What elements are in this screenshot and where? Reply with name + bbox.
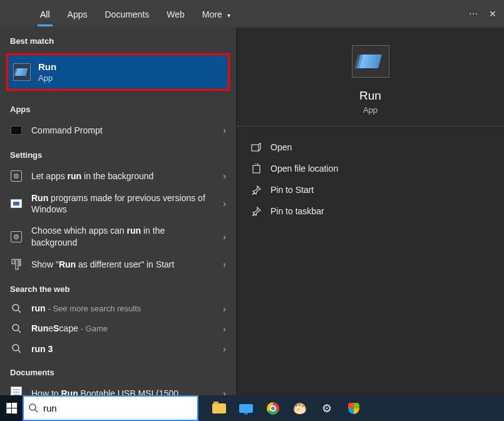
- result-show-run-as-user[interactable]: Show "Run as different user" in Start ›: [0, 253, 236, 276]
- start-button[interactable]: [0, 395, 23, 421]
- section-settings: Settings: [0, 142, 236, 165]
- search-input[interactable]: [43, 403, 192, 413]
- search-icon: [10, 343, 23, 355]
- taskbar-chrome[interactable]: [264, 399, 282, 418]
- windows-logo-icon: [6, 403, 17, 413]
- svg-line-12: [35, 410, 38, 412]
- taskbar-file-explorer[interactable]: [210, 399, 229, 418]
- svg-line-6: [18, 330, 21, 333]
- chrome-icon: [267, 402, 279, 415]
- best-match-subtitle: App: [38, 73, 56, 83]
- shield-icon: [348, 403, 359, 414]
- settings-icon: [10, 258, 23, 271]
- action-open-file-location[interactable]: Open file location: [245, 158, 495, 179]
- results-pane: Best match Run App Apps Command Prompt ›…: [0, 28, 236, 395]
- svg-point-5: [13, 325, 19, 331]
- result-label: Choose which apps can run in the backgro…: [31, 225, 210, 247]
- tab-all[interactable]: All: [31, 3, 59, 24]
- preview-run-icon: [352, 45, 389, 78]
- action-pin-to-start[interactable]: Pin to Start: [245, 179, 495, 200]
- result-web-run[interactable]: run - See more search results ›: [0, 299, 236, 319]
- tab-more[interactable]: More ▾: [193, 3, 239, 24]
- action-open[interactable]: Open: [245, 137, 495, 158]
- result-label: RuneScape - Game: [31, 323, 210, 335]
- preview-title: Run: [359, 89, 381, 103]
- chevron-right-icon[interactable]: ›: [219, 324, 230, 334]
- search-icon: [10, 303, 23, 315]
- preview-actions: Open Open file location Pin to Start Pin…: [237, 127, 504, 232]
- taskbar-search[interactable]: [23, 395, 198, 421]
- result-label: Run programs made for previous versions …: [31, 192, 210, 215]
- svg-point-3: [13, 304, 19, 311]
- svg-point-11: [29, 404, 36, 410]
- location-icon: [250, 162, 262, 175]
- run-icon: [13, 63, 31, 81]
- svg-point-7: [13, 345, 19, 351]
- section-apps: Apps: [0, 96, 236, 119]
- action-pin-to-taskbar[interactable]: Pin to taskbar: [245, 200, 495, 222]
- result-label: How to Run Bootable USB MSI (1500: [31, 388, 210, 395]
- result-label: run - See more search results: [31, 303, 210, 314]
- chevron-down-icon: ▾: [227, 12, 230, 19]
- taskbar-paint[interactable]: [291, 399, 309, 418]
- close-icon[interactable]: ✕: [489, 9, 496, 19]
- chevron-right-icon[interactable]: ›: [219, 388, 230, 395]
- preview-subtitle: App: [363, 105, 378, 115]
- result-let-apps-run-bg[interactable]: Let apps run in the background ›: [0, 165, 236, 187]
- chevron-right-icon[interactable]: ›: [219, 344, 230, 354]
- tab-web[interactable]: Web: [158, 3, 193, 24]
- result-command-prompt[interactable]: Command Prompt ›: [0, 119, 236, 142]
- open-icon: [250, 141, 262, 153]
- section-documents: Documents: [0, 359, 236, 382]
- result-label: Show "Run as different user" in Start: [31, 259, 210, 270]
- action-label: Open file location: [270, 164, 338, 174]
- result-label: Command Prompt: [31, 125, 210, 136]
- section-web: Search the web: [0, 276, 236, 299]
- svg-rect-9: [252, 145, 259, 151]
- result-doc-bootable-usb[interactable]: How to Run Bootable USB MSI (1500 ›: [0, 382, 236, 395]
- settings-icon: [10, 170, 23, 182]
- taskbar-your-phone[interactable]: [237, 399, 255, 418]
- chevron-right-icon[interactable]: ›: [219, 259, 230, 269]
- taskbar-security[interactable]: [344, 399, 363, 418]
- chevron-right-icon[interactable]: ›: [219, 304, 230, 314]
- search-icon: [29, 403, 38, 413]
- search-icon: [10, 323, 23, 335]
- more-options-icon[interactable]: ⋯: [469, 9, 478, 19]
- result-web-run3[interactable]: run 3 ›: [0, 339, 236, 359]
- action-label: Pin to Start: [270, 185, 314, 195]
- chevron-right-icon[interactable]: ›: [219, 232, 230, 242]
- pin-icon: [250, 205, 262, 217]
- taskbar-settings[interactable]: ⚙: [317, 399, 336, 418]
- svg-rect-2: [19, 259, 21, 266]
- settings-icon: [10, 197, 23, 210]
- chevron-right-icon[interactable]: ›: [219, 171, 230, 181]
- action-label: Pin to taskbar: [270, 206, 324, 216]
- svg-rect-10: [253, 165, 260, 173]
- tab-documents[interactable]: Documents: [96, 3, 158, 24]
- settings-icon: [10, 231, 23, 243]
- chevron-right-icon[interactable]: ›: [219, 199, 230, 209]
- chevron-right-icon[interactable]: ›: [219, 125, 230, 135]
- folder-icon: [212, 403, 226, 413]
- document-icon: [10, 387, 23, 395]
- result-label: run 3: [31, 343, 210, 355]
- result-label: Let apps run in the background: [31, 170, 210, 182]
- preview-pane: Run App Open Open file location Pin to: [236, 28, 504, 395]
- monitor-icon: [239, 404, 253, 413]
- svg-line-8: [18, 350, 21, 353]
- svg-rect-1: [16, 259, 18, 269]
- command-prompt-icon: [10, 124, 23, 137]
- result-web-runescape[interactable]: RuneScape - Game ›: [0, 319, 236, 339]
- result-choose-apps-run-bg[interactable]: Choose which apps can run in the backgro…: [0, 220, 236, 252]
- result-run-programs-previous[interactable]: Run programs made for previous versions …: [0, 187, 236, 220]
- taskbar: ⚙: [0, 395, 504, 421]
- tab-apps[interactable]: Apps: [59, 3, 96, 24]
- search-header: All Apps Documents Web More ▾ ⋯ ✕: [0, 0, 504, 28]
- tab-more-label: More: [202, 9, 222, 19]
- action-label: Open: [270, 142, 292, 152]
- section-best-match: Best match: [0, 28, 236, 51]
- paint-icon: [294, 403, 306, 414]
- best-match-run[interactable]: Run App: [6, 53, 230, 91]
- svg-line-4: [18, 310, 21, 313]
